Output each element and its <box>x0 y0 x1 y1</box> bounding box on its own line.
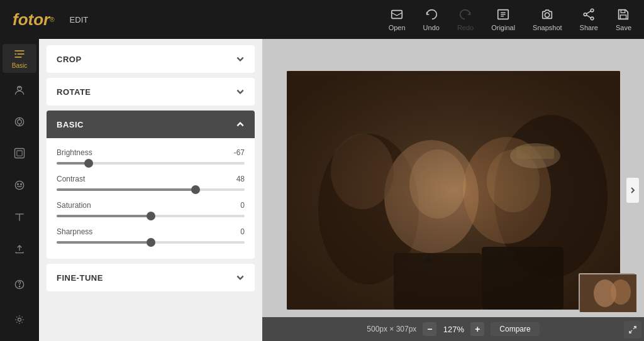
crop-section: CROP <box>47 45 255 73</box>
saturation-track[interactable] <box>57 215 245 217</box>
expand-button[interactable] <box>624 321 641 338</box>
svg-point-30 <box>19 286 19 287</box>
sidebar-item-upload[interactable] <box>3 234 36 263</box>
svg-rect-47 <box>287 71 620 310</box>
chevron-down-icon <box>236 87 245 96</box>
svg-point-6 <box>591 9 594 12</box>
sidebar-item-effect[interactable] <box>3 107 36 136</box>
contrast-thumb[interactable] <box>191 185 200 194</box>
saturation-value: 0 <box>226 201 245 210</box>
toolbar-actions: Open Undo Redo Original Snapshot Share <box>389 8 631 31</box>
canvas-size: 500px × 307px <box>367 325 416 333</box>
basic-header[interactable]: BASIC <box>47 111 255 138</box>
snapshot-label: Snapshot <box>533 24 562 31</box>
svg-line-9 <box>587 11 591 14</box>
original-label: Original <box>491 24 515 31</box>
fine-tune-section: FINE-TUNE <box>47 264 255 291</box>
brightness-value: -67 <box>226 148 245 157</box>
brightness-track[interactable] <box>57 162 245 165</box>
logo: fotor® <box>13 10 55 30</box>
contrast-value: 48 <box>226 175 245 183</box>
basic-section: BASIC Brightness -67 <box>47 111 255 259</box>
save-button[interactable]: Save <box>616 8 631 31</box>
svg-point-19 <box>18 120 22 124</box>
contrast-fill <box>57 188 196 191</box>
basic-label: Basic <box>12 62 27 69</box>
svg-point-24 <box>15 181 23 189</box>
chevron-right-icon <box>629 187 636 194</box>
sidebar-item-frames[interactable] <box>3 139 36 168</box>
svg-point-7 <box>591 17 594 20</box>
zoom-in-button[interactable]: + <box>470 322 484 336</box>
snapshot-button[interactable]: Snapshot <box>533 8 562 31</box>
main-area: Basic <box>0 39 644 341</box>
text-icon <box>13 210 26 223</box>
edit-menu[interactable]: EDIT <box>70 15 91 24</box>
canvas-arrow-right[interactable] <box>626 178 639 203</box>
contrast-track[interactable] <box>57 188 245 191</box>
saturation-fill <box>57 215 151 217</box>
thumbnail-image <box>580 274 636 312</box>
side-panel: CROP ROTATE BASIC Brightness -67 <box>39 39 262 341</box>
sharpness-label: Sharpness <box>57 227 92 236</box>
svg-rect-23 <box>17 151 22 156</box>
sidebar-item-stickers[interactable] <box>3 171 36 200</box>
photo-overlay <box>287 71 620 310</box>
basic-section-body: Brightness -67 Contrast 48 <box>47 138 255 259</box>
sharpness-thumb[interactable] <box>147 238 155 247</box>
undo-label: Undo <box>423 24 440 31</box>
canvas-area: 500px × 307px − 127% + Compare <box>262 39 644 341</box>
settings-icon <box>13 313 26 326</box>
toolbar: fotor® EDIT Open Undo Redo Original Snap… <box>0 0 644 39</box>
brightness-label: Brightness <box>57 148 92 157</box>
sidebar-item-basic[interactable]: Basic <box>3 44 36 73</box>
svg-rect-51 <box>580 274 636 312</box>
sidebar-item-help[interactable] <box>3 268 36 301</box>
fine-tune-header[interactable]: FINE-TUNE <box>47 264 255 291</box>
sharpness-track[interactable] <box>57 241 245 244</box>
svg-point-5 <box>545 13 550 17</box>
crop-header[interactable]: CROP <box>47 45 255 73</box>
contrast-row: Contrast 48 <box>57 175 245 191</box>
svg-rect-0 <box>392 11 402 19</box>
svg-point-31 <box>18 318 21 321</box>
crop-label: CROP <box>57 55 82 64</box>
expand-icon <box>628 325 637 334</box>
redo-icon <box>458 8 472 21</box>
svg-point-25 <box>18 183 19 185</box>
open-button[interactable]: Open <box>389 8 406 31</box>
sidebar-item-settings[interactable] <box>3 303 36 336</box>
chevron-up-icon <box>236 120 245 129</box>
undo-button[interactable]: Undo <box>423 8 440 31</box>
sidebar-item-text[interactable] <box>3 202 36 231</box>
original-button[interactable]: Original <box>491 8 515 31</box>
sidebar-item-beauty[interactable] <box>3 75 36 104</box>
zoom-controls: − 127% + <box>423 322 484 336</box>
redo-label: Redo <box>457 24 474 31</box>
open-label: Open <box>389 24 406 31</box>
saturation-label: Saturation <box>57 201 91 210</box>
effect-icon <box>13 116 26 128</box>
svg-point-8 <box>584 13 587 16</box>
zoom-out-button[interactable]: − <box>423 322 436 336</box>
redo-button[interactable]: Redo <box>457 8 474 31</box>
logo-reg: ® <box>50 16 54 23</box>
saturation-thumb[interactable] <box>147 212 155 220</box>
undo-icon <box>425 8 438 21</box>
beauty-icon <box>13 84 26 97</box>
rotate-section: ROTATE <box>47 78 255 106</box>
frames-icon <box>13 147 26 160</box>
svg-rect-12 <box>621 15 626 19</box>
brightness-thumb[interactable] <box>84 159 93 168</box>
share-button[interactable]: Share <box>580 8 598 31</box>
rotate-header[interactable]: ROTATE <box>47 78 255 106</box>
stickers-icon <box>13 179 26 192</box>
sharpness-value: 0 <box>226 227 245 236</box>
save-icon <box>616 8 630 21</box>
canvas-bottom-bar: 500px × 307px − 127% + Compare <box>262 317 644 341</box>
share-label: Share <box>580 24 598 31</box>
compare-button[interactable]: Compare <box>491 322 539 336</box>
svg-rect-22 <box>15 149 25 158</box>
contrast-label: Contrast <box>57 175 85 183</box>
basic-label: BASIC <box>57 120 84 129</box>
